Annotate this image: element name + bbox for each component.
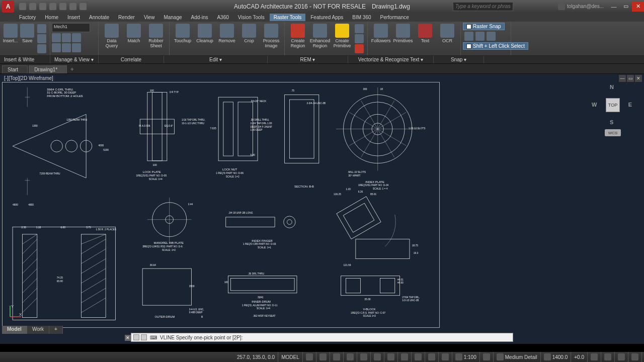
cmd-options-icon[interactable] xyxy=(141,334,147,340)
tab-a360[interactable]: A360 xyxy=(213,14,232,21)
snap-end-icon[interactable] xyxy=(464,32,473,41)
raster-drawing-canvas[interactable]: 39/64 C-DRL THRU. 31 C-BORE, 30 DEEP FRO… xyxy=(2,82,440,328)
tab-vision-tools[interactable]: Vision Tools xyxy=(234,14,269,21)
show-image-icon[interactable] xyxy=(62,33,71,42)
qat-undo-icon[interactable] xyxy=(69,3,76,10)
clear-icon[interactable] xyxy=(355,34,364,43)
save-button[interactable]: Save xyxy=(19,23,36,53)
help-search-input[interactable] xyxy=(453,2,513,11)
viewport-label[interactable]: [-][Top][2D Wireframe] xyxy=(2,75,55,81)
new-raster-icon[interactable] xyxy=(37,24,46,33)
view-cube[interactable]: N S W E TOP WCS xyxy=(592,84,632,129)
status-model[interactable]: MODEL xyxy=(278,352,303,362)
status-detail[interactable]: Medium Detail xyxy=(494,352,541,362)
doctab-start[interactable]: Start xyxy=(2,65,28,73)
close-button[interactable]: ✕ xyxy=(632,2,644,12)
ortho-icon[interactable] xyxy=(333,353,340,360)
crop-button[interactable]: Crop xyxy=(238,23,260,53)
tab-render[interactable]: Render xyxy=(114,14,139,21)
tab-performance[interactable]: Performance xyxy=(376,14,413,21)
insert-button[interactable]: Insert... xyxy=(2,23,19,53)
viewcube-e[interactable]: E xyxy=(628,102,632,108)
status-coords[interactable]: 257.0, 135.0, 0.0 xyxy=(234,352,278,362)
wcs-badge[interactable]: WCS xyxy=(605,129,621,136)
tab-raster-tools[interactable]: Raster Tools xyxy=(270,14,305,21)
image-selector[interactable]: Mech1 xyxy=(52,23,90,32)
ocr-button[interactable]: OCR xyxy=(436,23,458,53)
tab-manage[interactable]: Manage xyxy=(159,14,186,21)
viewcube-n[interactable]: N xyxy=(610,84,614,90)
3dosnap-icon[interactable] xyxy=(387,353,394,360)
grid-icon[interactable] xyxy=(306,353,313,360)
isoplane-icon[interactable] xyxy=(360,353,367,360)
viewcube-s[interactable]: S xyxy=(610,119,613,125)
hardware-accel-icon[interactable] xyxy=(604,353,611,360)
data-query-button[interactable]: Data Query xyxy=(101,23,123,53)
lineweight-icon[interactable] xyxy=(442,353,449,360)
polar-icon[interactable] xyxy=(347,353,354,360)
merge-icon[interactable] xyxy=(355,24,364,33)
snap-center-icon[interactable] xyxy=(475,32,485,41)
minimize-button[interactable]: — xyxy=(608,2,620,12)
snap-corner-icon[interactable] xyxy=(487,32,496,41)
layout-tab-work[interactable]: Work xyxy=(27,326,49,334)
primitives-button[interactable]: Primitives xyxy=(392,23,414,53)
qat-redo-icon[interactable] xyxy=(79,3,87,10)
tab-featured-apps[interactable]: Featured Apps xyxy=(306,14,347,21)
rubber-sheet-button[interactable]: Rubber Sheet xyxy=(145,23,167,53)
info-icon[interactable] xyxy=(72,33,81,42)
touchup-button[interactable]: Touchup xyxy=(172,23,194,53)
qat-plot-icon[interactable] xyxy=(59,3,66,10)
panel-vectorize[interactable]: Vectorize & Recognize Text ▾ xyxy=(348,56,434,63)
tab-bim360[interactable]: BIM 360 xyxy=(348,14,375,21)
status-scale[interactable]: 1:100 xyxy=(452,352,480,362)
world-file-icon[interactable] xyxy=(37,44,46,53)
tab-view[interactable]: View xyxy=(140,14,159,21)
drawing-area[interactable]: [-][Top][2D Wireframe] — ▭ ✕ 39/64 C-DRL… xyxy=(0,74,644,344)
dynamic-input-icon[interactable] xyxy=(428,353,435,360)
enhanced-region-button[interactable]: Enhanced Region xyxy=(309,23,331,53)
cmdline-close-icon[interactable]: ✕ xyxy=(125,335,131,341)
zoom-to-icon[interactable] xyxy=(52,33,61,42)
vp-maximize-icon[interactable]: ▭ xyxy=(627,75,634,82)
layout-tab-model[interactable]: Model xyxy=(2,326,27,334)
tab-addins[interactable]: Add-ins xyxy=(187,14,212,21)
qat-open-icon[interactable] xyxy=(29,3,36,10)
cleanup-button[interactable]: Cleanup xyxy=(194,23,216,53)
export-icon[interactable] xyxy=(37,34,46,43)
clean-screen-icon[interactable] xyxy=(618,353,625,360)
remove-button[interactable]: Remove xyxy=(216,23,238,53)
snap-mode-icon[interactable] xyxy=(319,353,327,360)
frames-icon[interactable] xyxy=(52,43,61,52)
doctab-drawing1[interactable]: Drawing1* xyxy=(29,65,67,73)
osnap-icon[interactable] xyxy=(374,353,381,360)
isolate-icon[interactable] xyxy=(591,353,598,360)
panel-rem[interactable]: REM ▾ xyxy=(268,56,348,63)
shift-click-select-toggle[interactable]: Shift + Left Click Select xyxy=(463,42,528,50)
doctab-new-button[interactable]: + xyxy=(68,65,76,73)
layout-tab-add[interactable]: + xyxy=(49,326,63,334)
region-color-icon[interactable] xyxy=(355,44,364,53)
user-area[interactable]: tolgahan@des... xyxy=(558,3,604,10)
qat-saveas-icon[interactable] xyxy=(49,3,56,10)
status-elevation[interactable]: 1400.0 xyxy=(541,352,572,362)
create-primitive-button[interactable]: Create Primitive xyxy=(331,23,353,53)
process-image-button[interactable]: Process Image xyxy=(260,23,282,53)
text-button[interactable]: Text xyxy=(414,23,436,53)
tab-insert[interactable]: Insert xyxy=(63,14,84,21)
tab-annotate[interactable]: Annotate xyxy=(85,14,113,21)
panel-correlate[interactable]: Correlate xyxy=(99,56,164,63)
cmd-recent-icon[interactable] xyxy=(133,334,139,340)
transparency-icon[interactable] xyxy=(72,43,81,52)
otrack-icon[interactable] xyxy=(401,353,408,360)
qat-new-icon[interactable] xyxy=(19,3,26,10)
maximize-button[interactable]: ▭ xyxy=(620,2,632,12)
create-region-button[interactable]: Create Region xyxy=(287,23,309,53)
tab-home[interactable]: Home xyxy=(41,14,62,21)
command-line[interactable]: ⌨ VLINE Specify one-pick point or [2P]: xyxy=(131,333,513,342)
dynamic-ucs-icon[interactable] xyxy=(415,353,422,360)
tab-factory[interactable]: Factory xyxy=(15,14,40,21)
app-icon[interactable]: A xyxy=(2,1,14,13)
viewcube-w[interactable]: W xyxy=(592,102,597,108)
raster-snap-toggle[interactable]: Raster Snap xyxy=(463,23,505,30)
